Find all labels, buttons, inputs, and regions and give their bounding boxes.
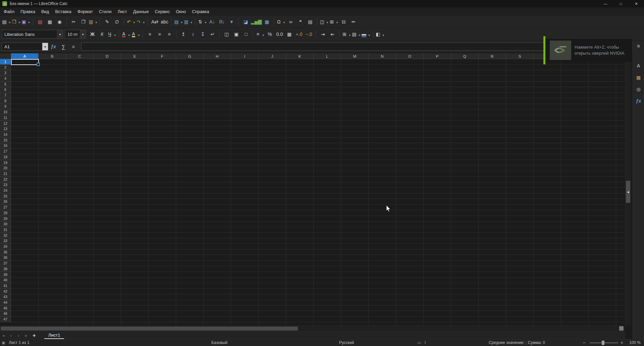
insert-column-button[interactable]: ▥ (184, 17, 193, 26)
column-header[interactable]: P (424, 53, 451, 59)
column-header[interactable]: F (149, 53, 176, 59)
row-header-25[interactable]: 25 (0, 193, 11, 199)
insert-row-button[interactable]: ▤ (174, 17, 183, 26)
row-header-12[interactable]: 12 (0, 121, 11, 126)
row-header-20[interactable]: 20 (0, 165, 11, 171)
row-header-37[interactable]: 37 (0, 261, 11, 266)
close-button[interactable]: ✕ (629, 0, 644, 7)
spreadsheet-grid[interactable] (11, 59, 625, 326)
last-sheet-button[interactable]: » (22, 333, 30, 338)
formula-input[interactable] (81, 43, 616, 51)
sidebar-settings-icon[interactable]: ≡ (634, 42, 643, 51)
column-header[interactable]: D (94, 53, 121, 59)
align-left-button[interactable]: ≡ (145, 30, 154, 39)
row-header-21[interactable]: 21 (0, 171, 11, 177)
name-box[interactable]: A1 ▾ (1, 43, 48, 51)
special-character-button[interactable]: Ω (276, 17, 285, 26)
row-header-41[interactable]: 41 (0, 283, 11, 289)
row-header-10[interactable]: 10 (0, 109, 11, 115)
decrease-indent-button[interactable]: ⇤ (328, 30, 337, 39)
row-header-4[interactable]: 4 (0, 76, 11, 81)
align-right-button[interactable]: ≡ (165, 30, 174, 39)
row-header-45[interactable]: 45 (0, 305, 11, 311)
menu-item[interactable]: Правка (17, 7, 38, 16)
spelling-button[interactable]: abc (160, 17, 169, 26)
column-header[interactable]: G (176, 53, 204, 59)
row-header-3[interactable]: 3 (0, 70, 11, 76)
row-header-38[interactable]: 38 (0, 266, 11, 272)
row-header-1[interactable]: 1 (0, 59, 11, 65)
sheet-tab-list1[interactable]: Лист1 (44, 332, 64, 339)
row-header-8[interactable]: 8 (0, 98, 11, 104)
sort-descending-button[interactable]: Я↓ (217, 17, 226, 26)
row-header-29[interactable]: 29 (0, 216, 11, 222)
format-number-button[interactable]: 0.0 (275, 30, 284, 39)
chevron-down-icon[interactable]: ▾ (42, 43, 48, 50)
row-header-7[interactable]: 7 (0, 93, 11, 98)
selection-mode-icon[interactable]: ▭ (417, 339, 421, 346)
show-draw-functions-button[interactable]: ✏ (349, 17, 358, 26)
next-sheet-button[interactable]: › (15, 333, 22, 338)
column-header[interactable]: O (396, 53, 424, 59)
align-bottom-button[interactable]: ↧ (198, 30, 207, 39)
clone-formatting-button[interactable]: ✎ (103, 17, 112, 26)
menu-item[interactable]: Вид (38, 7, 52, 16)
row-header-16[interactable]: 16 (0, 143, 11, 149)
sort-button[interactable]: ⇅ (198, 17, 207, 26)
zoom-in-button[interactable]: + (621, 339, 623, 346)
clear-formatting-button[interactable]: ∅ (112, 17, 121, 26)
column-header[interactable]: R (479, 53, 506, 59)
align-top-button[interactable]: ↥ (179, 30, 188, 39)
styles-icon[interactable]: A (634, 61, 643, 70)
row-header-47[interactable]: 47 (0, 316, 11, 322)
row-header-40[interactable]: 40 (0, 277, 11, 283)
insert-image-button[interactable]: ◪ (241, 17, 250, 26)
zoom-level[interactable]: 100 % (629, 339, 641, 346)
highlight-color-button[interactable]: А (131, 30, 140, 39)
hyperlink-button[interactable]: ∞ (286, 17, 295, 26)
border-color-button[interactable]: ▬ (362, 30, 371, 39)
row-header-39[interactable]: 39 (0, 272, 11, 278)
cut-button[interactable]: ✂ (69, 17, 78, 26)
print-button[interactable]: ▦ (45, 17, 54, 26)
row-header-30[interactable]: 30 (0, 221, 11, 227)
insert-chart-button[interactable]: ▂▅▇ (251, 17, 262, 26)
undo-button[interactable]: ↶ (126, 17, 136, 26)
bold-button[interactable]: Ж (88, 30, 97, 39)
functions-icon[interactable]: ƒx (634, 97, 643, 105)
row-header-46[interactable]: 46 (0, 311, 11, 317)
menu-item[interactable]: Сервис (152, 7, 173, 16)
row-header-11[interactable]: 11 (0, 115, 11, 121)
column-header[interactable]: J (259, 53, 286, 59)
row-header-19[interactable]: 19 (0, 160, 11, 166)
select-all-corner[interactable] (0, 53, 11, 59)
paste-button[interactable]: ▥ (89, 17, 98, 26)
copy-button[interactable]: ❐ (79, 17, 88, 26)
delete-decimal-button[interactable]: −.0 (304, 30, 313, 39)
column-header[interactable]: H (204, 53, 231, 59)
row-header-6[interactable]: 6 (0, 87, 11, 93)
row-header-9[interactable]: 9 (0, 104, 11, 110)
menu-item[interactable]: Данные (130, 7, 152, 16)
row-header-27[interactable]: 27 (0, 205, 11, 210)
sort-ascending-button[interactable]: А↓ (208, 17, 217, 26)
row-header-24[interactable]: 24 (0, 188, 11, 193)
function-wizard-icon[interactable]: ƒx (48, 44, 58, 49)
column-header[interactable]: N (369, 53, 396, 59)
center-vertically-button[interactable]: ↕ (189, 30, 198, 39)
borders-button[interactable]: ⊞ (342, 30, 351, 39)
sheet-info[interactable]: Лист 1 из 1 (9, 339, 30, 346)
zoom-slider-thumb[interactable] (602, 341, 604, 345)
menu-item[interactable]: Лист (114, 7, 130, 16)
underline-button[interactable]: Ч (107, 30, 116, 39)
save-button[interactable]: ▣ (21, 17, 31, 26)
language-status[interactable]: Русский (339, 339, 354, 346)
new-document-button[interactable]: ▤ (2, 17, 11, 26)
row-header-2[interactable]: 2 (0, 65, 11, 70)
maximize-button[interactable]: □ (613, 0, 629, 7)
sum-icon[interactable]: ∑ (58, 44, 68, 50)
column-header[interactable]: L (314, 53, 341, 59)
zoom-out-button[interactable]: − (583, 339, 585, 346)
horizontal-scrollbar-thumb[interactable] (1, 327, 298, 331)
open-button[interactable]: ❒ (12, 17, 21, 26)
